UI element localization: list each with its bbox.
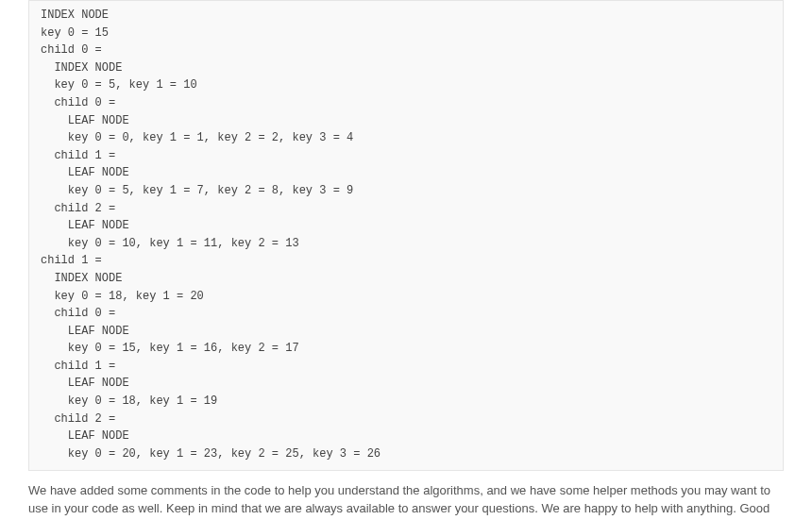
code-line: key 0 = 10, key 1 = 11, key 2 = 13 bbox=[41, 235, 771, 253]
code-line: key 0 = 18, key 1 = 19 bbox=[41, 393, 771, 411]
code-line: child 1 = bbox=[41, 252, 771, 270]
code-line: key 0 = 18, key 1 = 20 bbox=[41, 288, 771, 306]
code-line: INDEX NODE bbox=[41, 7, 771, 25]
code-line: key 0 = 20, key 1 = 23, key 2 = 25, key … bbox=[41, 445, 771, 463]
code-line: LEAF NODE bbox=[41, 112, 771, 130]
code-line: child 2 = bbox=[41, 411, 771, 428]
code-line: INDEX NODE bbox=[41, 270, 771, 288]
code-line: child 1 = bbox=[41, 358, 771, 376]
code-line: child 0 = bbox=[41, 42, 771, 59]
code-line: child 1 = bbox=[41, 147, 771, 165]
code-block: INDEX NODEkey 0 = 15child 0 =INDEX NODEk… bbox=[28, 0, 784, 471]
code-line: LEAF NODE bbox=[41, 164, 771, 182]
code-line: LEAF NODE bbox=[41, 217, 771, 235]
code-line: key 0 = 15 bbox=[41, 25, 771, 42]
code-line: key 0 = 5, key 1 = 7, key 2 = 8, key 3 =… bbox=[41, 182, 771, 200]
code-line: child 0 = bbox=[41, 305, 771, 323]
code-line: LEAF NODE bbox=[41, 375, 771, 393]
code-line: child 2 = bbox=[41, 200, 771, 218]
code-line: key 0 = 15, key 1 = 16, key 2 = 17 bbox=[41, 340, 771, 358]
code-line: LEAF NODE bbox=[41, 428, 771, 445]
description-paragraph: We have added some comments in the code … bbox=[28, 482, 784, 520]
code-line: child 0 = bbox=[41, 94, 771, 112]
code-line: key 0 = 0, key 1 = 1, key 2 = 2, key 3 =… bbox=[41, 129, 771, 147]
code-line: INDEX NODE bbox=[41, 59, 771, 77]
code-line: key 0 = 5, key 1 = 10 bbox=[41, 76, 771, 94]
code-line: LEAF NODE bbox=[41, 323, 771, 341]
